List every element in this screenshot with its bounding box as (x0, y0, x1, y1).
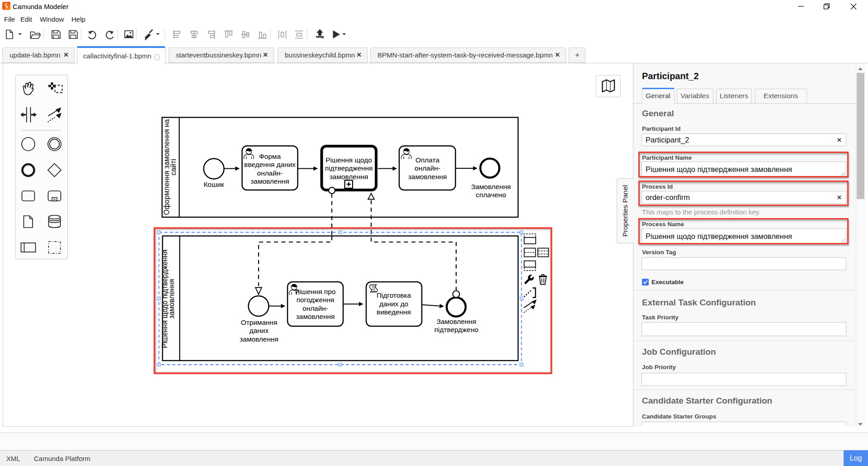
svg-text:Оплата: Оплата (415, 156, 439, 164)
svg-text:даних: даних (250, 327, 269, 334)
svg-text:Отримання: Отримання (241, 319, 278, 326)
svg-text:замовлення: замовлення (296, 313, 335, 320)
svg-text:замовлення: замовлення (330, 173, 368, 181)
svg-text:онлайн-: онлайн- (415, 164, 440, 172)
svg-text:Форма: Форма (259, 152, 281, 160)
svg-text:введення даних: введення даних (244, 161, 296, 168)
svg-text:сплачено: сплачено (476, 191, 506, 199)
svg-text:підтвердження: підтвердження (325, 164, 373, 172)
svg-text:виведення: виведення (377, 308, 411, 316)
svg-text:Рішення про: Рішення про (295, 288, 336, 295)
svg-text:онлайн-: онлайн- (257, 169, 283, 177)
svg-text:сайті: сайті (170, 159, 177, 175)
svg-text:Замовлення: Замовлення (437, 318, 476, 325)
svg-text:Кошик: Кошик (203, 181, 224, 188)
svg-text:замовлення: замовлення (168, 279, 175, 319)
svg-text:онлайн-: онлайн- (302, 304, 328, 312)
svg-text:замовлення: замовлення (250, 177, 289, 185)
svg-text:Підготовка: Підготовка (377, 291, 411, 299)
svg-text:погодження: погодження (297, 296, 335, 304)
svg-text:Рішення щодо: Рішення щодо (326, 156, 372, 164)
svg-text:Замовлення: Замовлення (471, 183, 511, 190)
svg-text:підтверджено: підтверджено (434, 326, 478, 333)
svg-text:замовлення: замовлення (240, 335, 278, 343)
svg-text:даних до: даних до (379, 300, 408, 308)
svg-text:замовлення: замовлення (408, 173, 447, 181)
